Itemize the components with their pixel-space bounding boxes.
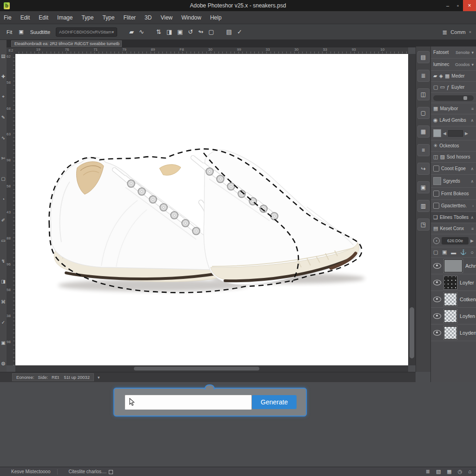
menu-item-type[interactable]: Type	[102, 14, 114, 21]
mini-thumbnail[interactable]	[433, 177, 441, 185]
generate-button[interactable]: Generate	[252, 395, 297, 409]
panel-row-right-icon[interactable]: ≡	[471, 226, 474, 231]
panel-mini-icon[interactable]: ◫	[433, 154, 438, 160]
tray-icon[interactable]: ≣	[426, 469, 430, 475]
layer-thumbnail[interactable]	[444, 276, 457, 289]
horizontal-scrollbar[interactable]	[15, 365, 408, 372]
tool-icon[interactable]: ▢	[1, 169, 5, 189]
tool-icon[interactable]: ✚	[1, 66, 5, 86]
chevron-up-icon[interactable]: ∧	[470, 215, 474, 220]
chevron-up-icon[interactable]: ∧	[470, 166, 474, 171]
panel-slider-row[interactable]	[431, 93, 476, 103]
panel-button-row[interactable]: ✳Ockeotos	[431, 140, 476, 152]
slider-track[interactable]	[433, 95, 474, 101]
panel-checkbox-row[interactable]: Cooot Egoe∧	[431, 163, 476, 175]
panel-mini-icon[interactable]: ○	[470, 250, 474, 255]
tool-icon[interactable]: ∿	[1, 128, 5, 148]
tool-icon[interactable]: ⌖	[2, 86, 5, 107]
layer-row[interactable]: Cotken	[431, 291, 476, 308]
panel-button-row[interactable]: ▤Keset Conx≡	[431, 223, 476, 234]
play-arrow-icon[interactable]: ▶	[470, 238, 474, 243]
layer-visibility-eye-icon[interactable]	[433, 280, 441, 285]
taskbar-item[interactable]: Kesve Mistectoooo	[11, 469, 51, 474]
checkbox[interactable]	[433, 191, 439, 197]
menu-item-type[interactable]: Type	[81, 14, 93, 21]
panel-mini-icon[interactable]: ⚓	[460, 249, 467, 255]
menu-item-fliter[interactable]: Fliter	[123, 14, 136, 21]
panel-mini-icon[interactable]: ▢	[433, 84, 438, 90]
chevron-up-icon[interactable]: ∧	[470, 118, 474, 123]
comm-label[interactable]: Comm	[450, 29, 465, 35]
dock-panel-icon[interactable]: ◫	[417, 88, 430, 100]
status-dropdown-arrow-icon[interactable]: ▾	[98, 375, 100, 380]
menu-item-image[interactable]: Image	[57, 14, 73, 21]
tool-icon[interactable]: ▤	[1, 46, 5, 66]
panel-button-row[interactable]: ▦Maryibor≡	[431, 103, 476, 114]
close-button[interactable]: ×	[463, 0, 476, 11]
maximize-button[interactable]: ▫	[453, 0, 463, 11]
menu-item-edit[interactable]: Edit	[39, 14, 48, 21]
panel-mini-icon[interactable]: ▦	[445, 73, 450, 79]
taskbar-item[interactable]: Citeslite charlos....	[69, 469, 113, 474]
options-tool-icon[interactable]: ∿	[139, 28, 144, 35]
panel-icons-row[interactable]: ▢▭ƒEuyler	[431, 82, 476, 93]
layer-thumbnail[interactable]	[444, 259, 463, 272]
options-tool-icon[interactable]: ↬	[198, 28, 203, 35]
arrow-right-icon[interactable]: ▶	[465, 131, 468, 136]
tool-icon[interactable]: ◔	[2, 189, 5, 210]
tool-icon[interactable]: ◍	[1, 353, 6, 374]
preset-dropdown[interactable]: ASOHFCBDIOSOxRVSttam ▾	[56, 27, 117, 37]
menu-item-edit[interactable]: Edit	[20, 14, 30, 21]
panel-checkbox-row[interactable]: Fornt Bokeos	[431, 188, 476, 200]
layer-row[interactable]: Loyfer	[431, 274, 476, 291]
layer-thumbnail[interactable]	[444, 293, 457, 306]
panel-icons-row[interactable]: ◫▨Sod hosors	[431, 152, 476, 163]
menu-item-window[interactable]: Window	[181, 14, 201, 21]
fit-label[interactable]: Fit	[7, 29, 12, 35]
layer-row[interactable]: Loyfen	[431, 308, 476, 324]
panel-thumb-row[interactable]: Sgryeds∧	[431, 175, 476, 188]
options-tool-icon[interactable]: ✓	[237, 28, 242, 35]
panel-value-row[interactable]: ◖626:D0e▶	[431, 234, 476, 247]
panel-thumbstrip-row[interactable]: ◀▶	[431, 126, 476, 140]
panel-mini-icon[interactable]: ▭	[440, 84, 444, 90]
dock-panel-icon[interactable]: ▥	[417, 200, 430, 212]
tool-icon[interactable]: ✄	[1, 148, 5, 169]
close-icon[interactable]: ×	[469, 30, 471, 34]
panel-section-header[interactable]: ◉LAvd Genibs∧	[431, 114, 476, 126]
vertical-scrollbar-thumb[interactable]	[410, 307, 414, 358]
tool-icon[interactable]: ✓	[1, 312, 5, 333]
layer-visibility-eye-icon[interactable]	[433, 297, 441, 302]
tray-icon[interactable]: ◷	[458, 469, 463, 475]
panel-mini-icon[interactable]: ▢	[433, 249, 438, 255]
panel-mini-icon[interactable]: ▰	[433, 73, 437, 79]
dock-panel-icon[interactable]: ≡	[417, 144, 430, 156]
layer-row[interactable]: Achr	[431, 258, 476, 274]
options-tool-icon[interactable]: ▣	[177, 28, 183, 35]
vertical-scrollbar[interactable]	[408, 54, 416, 365]
minimize-button[interactable]: –	[443, 0, 453, 11]
dock-panel-icon[interactable]: ▢	[417, 107, 430, 119]
panel-list-icon[interactable]: ≣	[442, 29, 447, 36]
menu-item-view[interactable]: View	[160, 14, 172, 21]
layer-visibility-eye-icon[interactable]	[433, 330, 441, 336]
slider-handle[interactable]	[463, 96, 467, 100]
panel-mini-icon[interactable]: ▣	[442, 249, 447, 255]
panel-checkbox-row[interactable]: Gpactertteo.›	[431, 200, 476, 212]
horizontal-scrollbar-thumb[interactable]	[134, 367, 259, 370]
dock-panel-icon[interactable]: ≣	[417, 70, 430, 82]
menu-item-3d[interactable]: 3D	[145, 14, 152, 21]
document-icon[interactable]: ▣	[19, 29, 23, 35]
tool-icon[interactable]: ▭	[1, 230, 5, 251]
dock-panel-icon[interactable]: ↪	[417, 163, 430, 175]
value-field[interactable]: 626:D0e	[442, 237, 469, 245]
panel-collapsed-header[interactable]: ❑Elines Tbolles∧	[431, 212, 476, 223]
tool-icon[interactable]: ✎	[1, 107, 5, 127]
tray-icon[interactable]: ▦	[447, 469, 451, 475]
preview-thumbnail[interactable]	[433, 129, 441, 137]
panel-row-right-icon[interactable]: ≡	[471, 106, 474, 111]
tray-icon[interactable]: ▧	[436, 469, 441, 475]
panel-icons-row[interactable]: ▰◈▦Meder	[431, 71, 476, 82]
layer-visibility-eye-icon[interactable]	[433, 313, 441, 319]
tool-icon[interactable]: ↯	[1, 251, 5, 271]
